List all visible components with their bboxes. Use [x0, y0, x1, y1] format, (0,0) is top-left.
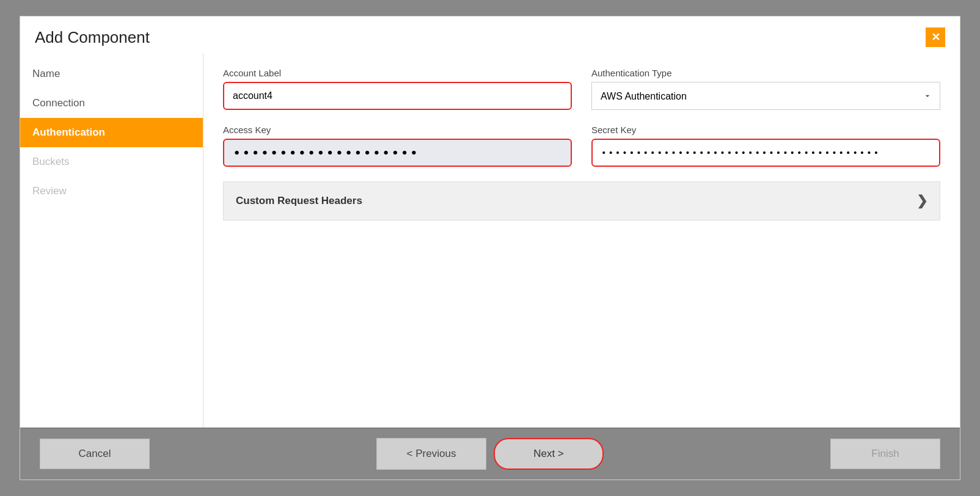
next-button[interactable]: Next > — [494, 438, 604, 470]
auth-type-select[interactable]: AWS Authentication Basic Authentication — [591, 82, 940, 110]
dialog-header: Add Component ✕ — [20, 16, 960, 53]
footer-center: < Previous Next > — [376, 438, 604, 470]
custom-headers-label: Custom Request Headers — [236, 195, 362, 207]
auth-type-group: Authentication Type AWS Authentication B… — [591, 68, 940, 110]
secret-key-input[interactable] — [591, 139, 940, 167]
custom-headers-button[interactable]: Custom Request Headers ❯ — [223, 181, 940, 221]
custom-headers-row: Custom Request Headers ❯ — [223, 181, 940, 221]
sidebar-item-connection[interactable]: Connection — [20, 89, 203, 118]
access-key-group: Access Key — [223, 125, 572, 167]
dialog-footer: Cancel < Previous Next > Finish — [20, 428, 960, 480]
form-row-2: Access Key Secret Key — [223, 125, 940, 167]
access-key-input[interactable] — [223, 139, 572, 167]
add-component-dialog: Add Component ✕ Name Connection Authenti… — [20, 16, 960, 480]
previous-button[interactable]: < Previous — [376, 438, 486, 470]
main-content: Account Label Authentication Type AWS Au… — [203, 53, 960, 428]
cancel-button[interactable]: Cancel — [40, 439, 150, 469]
close-button[interactable]: ✕ — [926, 27, 945, 47]
secret-key-label: Secret Key — [591, 125, 940, 135]
dialog-body: Name Connection Authentication Buckets R… — [20, 53, 960, 428]
sidebar-item-review: Review — [20, 177, 203, 206]
access-key-label: Access Key — [223, 125, 572, 135]
account-label-label: Account Label — [223, 68, 572, 78]
footer-left: Cancel — [40, 439, 150, 469]
sidebar-item-buckets: Buckets — [20, 147, 203, 177]
finish-button[interactable]: Finish — [830, 439, 940, 469]
account-label-group: Account Label — [223, 68, 572, 110]
secret-key-group: Secret Key — [591, 125, 940, 167]
auth-type-label: Authentication Type — [591, 68, 940, 78]
footer-right: Finish — [830, 439, 940, 469]
sidebar: Name Connection Authentication Buckets R… — [20, 53, 203, 428]
dialog-title: Add Component — [35, 28, 150, 47]
account-label-input[interactable] — [223, 82, 572, 110]
sidebar-item-authentication[interactable]: Authentication — [20, 118, 203, 147]
form-row-1: Account Label Authentication Type AWS Au… — [223, 68, 940, 110]
chevron-right-icon: ❯ — [916, 193, 927, 209]
sidebar-item-name[interactable]: Name — [20, 59, 203, 89]
